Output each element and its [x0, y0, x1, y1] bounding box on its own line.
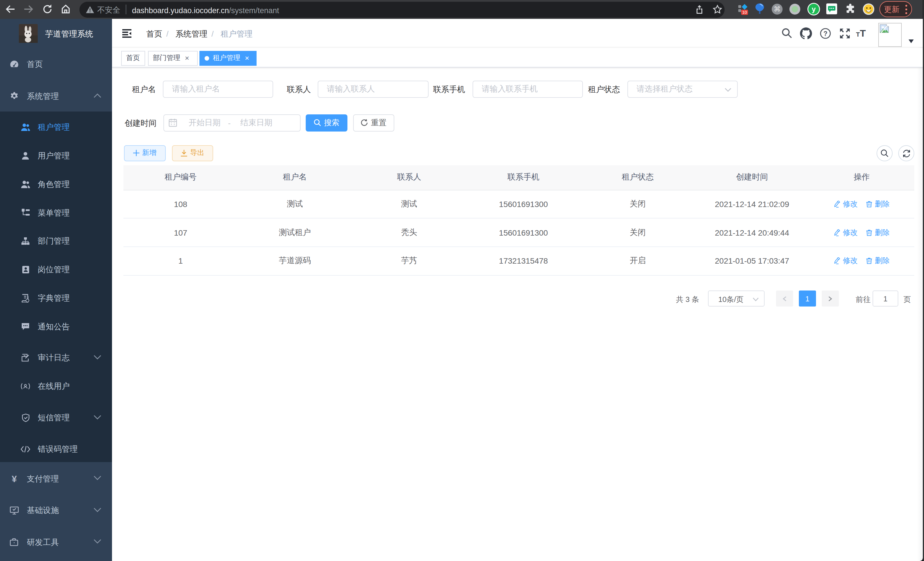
- svg-text:?: ?: [824, 30, 827, 38]
- svg-text:y: y: [812, 5, 816, 13]
- svg-text:¥: ¥: [11, 474, 16, 483]
- svg-text:10: 10: [742, 10, 747, 15]
- svg-text:⌘: ⌘: [774, 5, 781, 13]
